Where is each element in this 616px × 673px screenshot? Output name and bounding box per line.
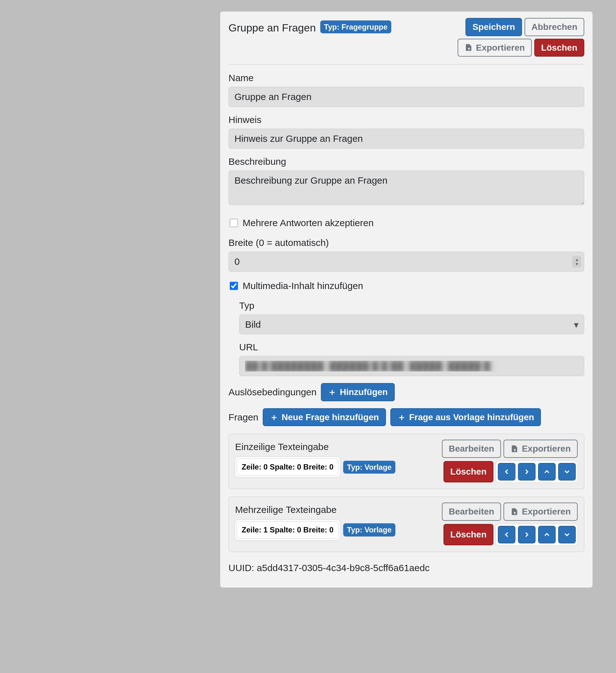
question-title: Mehrzeilige Texteingabe (235, 502, 337, 517)
cancel-button[interactable]: Abbrechen (525, 18, 584, 36)
width-input[interactable] (229, 252, 584, 272)
type-badge: Typ: Fragegruppe (320, 20, 391, 33)
width-label: Breite (0 = automatisch) (229, 236, 584, 250)
move-right-button[interactable] (518, 463, 536, 480)
export-question-button[interactable]: Exportieren (504, 502, 578, 521)
move-left-button[interactable] (498, 463, 516, 480)
edit-question-button[interactable]: Bearbeiten (442, 502, 501, 521)
position-badge: Zeile: 0 Spalte: 0 Breite: 0 (237, 459, 338, 475)
export-button[interactable]: Exportieren (457, 39, 532, 57)
name-input[interactable] (229, 87, 584, 107)
chevron-down-icon: ▾ (576, 262, 578, 266)
media-url-label: URL (239, 340, 584, 354)
export-question-label: Exportieren (522, 443, 571, 454)
move-up-button[interactable] (538, 463, 556, 480)
media-type-label: Typ (239, 298, 584, 312)
add-multimedia-checkbox[interactable] (230, 282, 238, 290)
media-url-input[interactable] (239, 356, 584, 376)
uuid-label: UUID: (229, 563, 254, 573)
move-right-button[interactable] (518, 526, 536, 543)
question-card: Einzeilige Texteingabe Zeile: 0 Spalte: … (229, 434, 584, 489)
uuid-value: a5dd4317-0305-4c34-b9c8-5cff6a61aedc (257, 563, 429, 573)
header-actions: Speichern Abbrechen Exportieren Löschen (455, 18, 584, 57)
chevron-down-icon (563, 468, 571, 476)
add-question-template-label: Frage aus Vorlage hinzufügen (409, 412, 534, 423)
export-icon (511, 445, 519, 453)
move-controls (496, 461, 578, 482)
accept-multiple-label: Mehrere Antworten akzeptieren (243, 216, 374, 230)
type-badge: Typ: Vorlage (343, 523, 395, 536)
add-trigger-button[interactable]: ＋ Hinzufügen (321, 383, 394, 401)
chevron-up-icon: ▴ (576, 257, 578, 262)
delete-question-button[interactable]: Löschen (443, 524, 494, 545)
export-question-button[interactable]: Exportieren (504, 440, 578, 458)
move-controls (496, 524, 578, 545)
questions-label: Fragen (229, 410, 258, 424)
add-multimedia-label: Multimedia-Inhalt hinzufügen (243, 279, 363, 293)
triggers-label: Auslösebedingungen (229, 385, 316, 399)
width-stepper[interactable]: ▴ ▾ (572, 256, 581, 267)
move-up-button[interactable] (538, 526, 556, 543)
description-label: Beschreibung (229, 155, 584, 169)
save-button[interactable]: Speichern (466, 18, 522, 36)
chevron-up-icon (543, 530, 551, 539)
plus-icon: ＋ (270, 412, 278, 423)
export-button-label: Exportieren (476, 42, 525, 53)
chevron-left-icon (503, 468, 511, 476)
separator (229, 64, 584, 64)
add-trigger-label: Hinzufügen (340, 387, 387, 398)
add-question-button[interactable]: ＋ Neue Frage hinzufügen (263, 408, 386, 426)
type-badge: Typ: Vorlage (343, 461, 395, 474)
question-card: Mehrzeilige Texteingabe Zeile: 1 Spalte:… (229, 497, 584, 552)
accept-multiple-checkbox[interactable] (230, 219, 238, 227)
chevron-up-icon (543, 468, 551, 476)
position-badge: Zeile: 1 Spalte: 0 Breite: 0 (237, 522, 338, 538)
chevron-down-icon (563, 530, 571, 539)
name-label: Name (229, 71, 584, 85)
export-question-label: Exportieren (522, 506, 571, 517)
panel-header: Gruppe an Fragen Typ: Fragegruppe Speich… (229, 18, 584, 57)
chevron-right-icon (523, 468, 531, 476)
hint-input[interactable] (229, 129, 584, 149)
hint-label: Hinweis (229, 113, 584, 127)
export-icon (511, 507, 519, 516)
move-left-button[interactable] (498, 526, 516, 543)
delete-question-button[interactable]: Löschen (443, 461, 494, 482)
chevron-right-icon (523, 530, 531, 539)
export-icon (465, 43, 473, 51)
plus-icon: ＋ (397, 412, 406, 423)
question-title: Einzeilige Texteingabe (235, 440, 329, 454)
edit-question-button[interactable]: Bearbeiten (442, 440, 501, 458)
delete-button[interactable]: Löschen (534, 39, 584, 57)
media-type-select[interactable]: Bild (239, 314, 584, 334)
plus-icon: ＋ (328, 387, 337, 398)
add-question-template-button[interactable]: ＋ Frage aus Vorlage hinzufügen (390, 408, 541, 426)
page-title: Gruppe an Fragen (229, 20, 316, 36)
group-editor-panel: Gruppe an Fragen Typ: Fragegruppe Speich… (220, 11, 593, 588)
uuid-line: UUID: a5dd4317-0305-4c34-b9c8-5cff6a61ae… (229, 561, 584, 575)
add-question-label: Neue Frage hinzufügen (282, 412, 379, 423)
move-down-button[interactable] (558, 463, 576, 480)
description-input[interactable] (229, 171, 584, 205)
chevron-left-icon (503, 530, 511, 539)
move-down-button[interactable] (558, 526, 576, 543)
